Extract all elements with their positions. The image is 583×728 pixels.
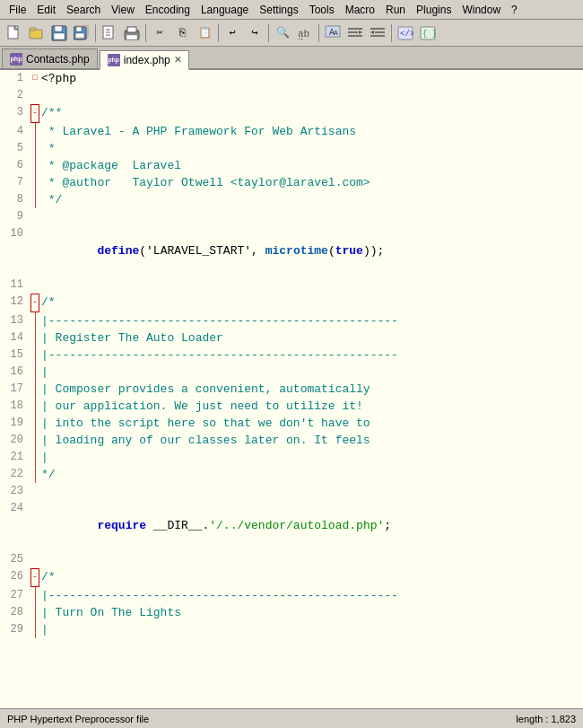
menu-encoding[interactable]: Encoding: [140, 2, 196, 18]
status-filetype: PHP Hypertext Preprocessor file: [7, 714, 149, 724]
toolbar-close[interactable]: [99, 22, 120, 44]
contacts-file-icon: php: [10, 53, 22, 66]
toolbar-print[interactable]: [121, 22, 143, 44]
menu-search[interactable]: Search: [61, 2, 106, 18]
separator-2: [145, 24, 146, 42]
line-13: 13 |------------------------------------…: [0, 312, 583, 329]
tab-contacts-label: Contacts.php: [26, 53, 90, 66]
svg-rect-5: [55, 26, 62, 31]
line-27: 27 |------------------------------------…: [0, 587, 583, 604]
toolbar-save-all[interactable]: [71, 22, 92, 44]
svg-marker-30: [370, 31, 374, 34]
menu-window[interactable]: Window: [457, 2, 506, 18]
tab-index[interactable]: php index.php ✕: [100, 50, 189, 70]
menu-settings[interactable]: Settings: [254, 2, 303, 18]
menu-edit[interactable]: Edit: [31, 2, 61, 18]
line-29: 29 |: [0, 621, 583, 638]
toolbar-find[interactable]: 🔍: [272, 22, 293, 44]
line-3: 3 - /**: [0, 104, 583, 123]
menu-macro[interactable]: Macro: [340, 2, 380, 18]
svg-text:{ }: { }: [422, 30, 436, 39]
toolbar-paste[interactable]: 📋: [194, 22, 215, 44]
line-9: 9: [0, 208, 583, 225]
svg-text:</>: </>: [400, 30, 413, 39]
fold-marker-1[interactable]: □: [32, 70, 37, 87]
toolbar-indent[interactable]: [344, 22, 366, 44]
line-17: 17 | Composer provides a convenient, aut…: [0, 381, 583, 398]
separator-4: [268, 24, 269, 42]
line-8: 8 */: [0, 191, 583, 208]
line-28: 28 | Turn On The Lights: [0, 604, 583, 621]
menu-view[interactable]: View: [106, 2, 140, 18]
toolbar-copy[interactable]: ⎘: [171, 22, 193, 44]
fold-marker-3[interactable]: -: [30, 104, 39, 123]
svg-text:A: A: [334, 29, 338, 37]
toolbar-open[interactable]: [26, 22, 48, 44]
toolbar-new[interactable]: [4, 22, 25, 44]
editor: 1 □ <?php 2 3 - /** 4 * Laravel - A PHP …: [0, 70, 583, 708]
menu-bar: File Edit Search View Encoding Language …: [0, 0, 583, 20]
svg-rect-8: [76, 27, 82, 31]
line-2: 2: [0, 87, 583, 104]
line-5: 5 *: [0, 140, 583, 157]
line-23: 23: [0, 483, 583, 500]
line-16: 16 |: [0, 364, 583, 381]
menu-run[interactable]: Run: [380, 2, 411, 18]
line-18: 18 | our application. We just need to ut…: [0, 398, 583, 415]
line-10: 10 define('LARAVEL_START', microtime(tru…: [0, 225, 583, 276]
line-25: 25: [0, 551, 583, 568]
menu-help[interactable]: ?: [506, 2, 523, 18]
toolbar-macro1[interactable]: </>: [395, 22, 416, 44]
line-11: 11: [0, 276, 583, 294]
line-1: 1 □ <?php: [0, 70, 583, 87]
line-26: 26 - /*: [0, 568, 583, 587]
toolbar-macro2[interactable]: { }: [417, 22, 439, 44]
menu-language[interactable]: Language: [196, 2, 254, 18]
toolbar-cut[interactable]: ✂: [149, 22, 170, 44]
line-15: 15 |------------------------------------…: [0, 346, 583, 364]
line-19: 19 | into the script here so that we don…: [0, 415, 583, 432]
toolbar-undo[interactable]: ↩: [222, 22, 243, 44]
toolbar: ✂ ⎘ 📋 ↩ ↪ 🔍 ab→ AA </> { }: [0, 20, 583, 47]
svg-rect-16: [127, 27, 136, 32]
status-bar: PHP Hypertext Preprocessor file length :…: [0, 708, 583, 728]
toolbar-zoom-in[interactable]: AA: [322, 22, 344, 44]
line-14: 14 | Register The Auto Loader: [0, 329, 583, 346]
separator-5: [318, 24, 319, 42]
svg-rect-3: [30, 28, 36, 31]
line-12: 12 - /*: [0, 294, 583, 312]
separator-3: [218, 24, 219, 42]
fold-marker-26[interactable]: -: [30, 568, 39, 587]
toolbar-outdent[interactable]: [367, 22, 388, 44]
tab-bar: php Contacts.php php index.php ✕: [0, 47, 583, 70]
separator-6: [391, 24, 392, 42]
status-length: length : 1,823: [516, 714, 576, 724]
svg-rect-17: [126, 35, 137, 39]
line-22: 22 */: [0, 466, 583, 483]
line-4: 4 * Laravel - A PHP Framework For Web Ar…: [0, 123, 583, 140]
separator-1: [95, 24, 96, 42]
tab-index-label: index.php: [124, 54, 170, 66]
fold-marker-12[interactable]: -: [30, 294, 39, 312]
line-21: 21 |: [0, 449, 583, 466]
menu-file[interactable]: File: [4, 2, 31, 18]
line-7: 7 * @author Taylor Otwell <taylor@larave…: [0, 174, 583, 191]
line-20: 20 | loading any of our classes later on…: [0, 432, 583, 449]
toolbar-redo[interactable]: ↪: [244, 22, 265, 44]
svg-text:→: →: [298, 35, 303, 41]
line-24: 24 require __DIR__.'/../vendor/autoload.…: [0, 500, 583, 551]
toolbar-replace[interactable]: ab→: [294, 22, 316, 44]
menu-tools[interactable]: Tools: [304, 2, 340, 18]
code-view[interactable]: 1 □ <?php 2 3 - /** 4 * Laravel - A PHP …: [0, 70, 583, 708]
menu-plugins[interactable]: Plugins: [411, 2, 457, 18]
svg-rect-6: [54, 33, 65, 39]
tab-contacts[interactable]: php Contacts.php: [2, 48, 98, 68]
line-6: 6 * @package Laravel: [0, 157, 583, 174]
svg-marker-26: [359, 31, 362, 34]
toolbar-save[interactable]: [48, 22, 70, 44]
tab-index-close[interactable]: ✕: [174, 55, 181, 65]
index-file-icon: php: [108, 54, 120, 66]
